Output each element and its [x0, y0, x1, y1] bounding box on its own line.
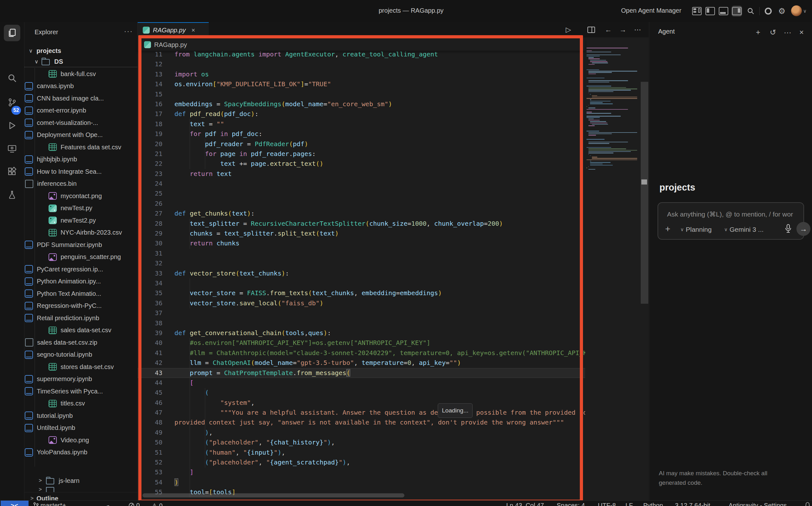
minimap-line	[592, 63, 608, 63]
toggle-secondary-sidebar-icon[interactable]	[731, 6, 742, 16]
file-row[interactable]: Retail prediction.ipynb	[24, 312, 137, 324]
attach-icon[interactable]: +	[665, 224, 670, 234]
send-button[interactable]: →	[797, 222, 810, 236]
file-row[interactable]: Python Text Animatio...	[24, 287, 137, 300]
activity-explorer-icon[interactable]	[4, 25, 20, 41]
outline-label: Outline	[36, 495, 58, 501]
file-row[interactable]: hjjhbjbjb.ipynb	[24, 154, 137, 166]
file-row[interactable]: Untilted.ipynb	[24, 422, 137, 434]
minimap[interactable]	[586, 48, 640, 187]
split-editor-icon[interactable]	[585, 25, 597, 35]
sync-icon[interactable]: ☁	[105, 502, 111, 506]
remote-indicator[interactable]: ><	[1, 501, 28, 506]
close-panel-icon[interactable]: ×	[796, 27, 807, 38]
errors-item[interactable]: 0	[129, 502, 140, 506]
file-row[interactable]: NYC-Airbnb-2023.csv	[24, 227, 137, 239]
agent-chat-input[interactable]: Ask anything (⌘L), @ to mention, / for w…	[657, 202, 804, 240]
minimap-line	[590, 123, 607, 123]
file-row[interactable]: PyCaret regression.ip...	[24, 263, 137, 275]
bell-icon[interactable]	[805, 502, 810, 506]
minimap-line	[588, 88, 637, 89]
tree-root-projects[interactable]: ∨ projects	[24, 45, 137, 57]
file-row[interactable]: newTest.py	[24, 202, 137, 214]
scrollbar-handle[interactable]	[641, 179, 647, 184]
new-chat-icon[interactable]: +	[752, 27, 764, 38]
file-row[interactable]: CNN based image cla...	[24, 92, 137, 104]
file-row[interactable]: sales data-set.csv	[24, 324, 137, 336]
file-row[interactable]: How to Integrate Sea...	[24, 166, 137, 178]
file-row[interactable]: YoloPandas.ipynb	[24, 446, 137, 458]
explorer-more-icon[interactable]: ···	[124, 27, 133, 35]
file-row[interactable]: tutorial.ipynb	[24, 410, 137, 422]
editor-more-icon[interactable]: ⋯	[632, 25, 643, 35]
file-row[interactable]: Deployment with Ope...	[24, 129, 137, 141]
file-row[interactable]: Python Animation.ipy...	[24, 275, 137, 287]
file-row[interactable]: comet-error.ipynb	[24, 105, 137, 117]
browser-icon[interactable]	[763, 6, 774, 16]
settings-sync[interactable]: Antigravity - Settings	[729, 502, 787, 506]
mic-icon[interactable]	[785, 224, 792, 233]
outline-section-header[interactable]: > Outline	[24, 492, 137, 500]
activity-run-debug-icon[interactable]	[4, 117, 20, 134]
customize-layout-icon[interactable]	[692, 6, 702, 16]
activity-extensions-icon[interactable]	[4, 163, 20, 180]
avatar[interactable]	[791, 5, 802, 16]
warnings-item[interactable]: ⚠ 0	[152, 502, 163, 506]
activity-testing-icon[interactable]	[4, 186, 20, 203]
file-row[interactable]: Regression-with-PyC...	[24, 300, 137, 312]
run-python-file-icon[interactable]: ▷	[563, 25, 574, 35]
activity-search-icon[interactable]	[4, 70, 20, 86]
file-row[interactable]: TimeSeries with Pyca...	[24, 385, 137, 397]
cursor-position[interactable]: Ln 43, Col 47	[506, 502, 544, 506]
file-row[interactable]: supermemory.ipynb	[24, 373, 137, 385]
gear-icon[interactable]: ⚙	[777, 6, 787, 16]
vertical-scrollbar[interactable]	[641, 82, 648, 304]
open-agent-manager-button[interactable]: Open Agent Manager	[621, 7, 681, 14]
minimap-line	[588, 154, 589, 155]
file-row[interactable]: canvas.ipynb	[24, 80, 137, 92]
file-row[interactable]: Video.png	[24, 434, 137, 446]
chevron-down-icon: ∨	[680, 227, 684, 232]
activity-remote-explorer-icon[interactable]	[4, 141, 20, 157]
file-row[interactable]: mycontact.png	[24, 190, 137, 202]
search-icon[interactable]	[745, 6, 756, 16]
minimap-line	[588, 87, 627, 88]
history-icon[interactable]: ↺	[767, 27, 779, 38]
toggle-primary-sidebar-icon[interactable]	[705, 6, 716, 16]
eol[interactable]: LF	[626, 502, 633, 506]
file-row[interactable]: bank-full.csv	[24, 68, 137, 80]
go-back-icon[interactable]: ←	[603, 25, 614, 35]
chevron-down-icon[interactable]: ∨	[803, 8, 807, 14]
git-branch-item[interactable]: master*+	[33, 502, 66, 506]
nb-file-icon	[25, 387, 33, 395]
encoding[interactable]: UTF-8	[598, 502, 616, 506]
file-row[interactable]: newTest2.py	[24, 214, 137, 226]
tree-folder-js-learn[interactable]: > js-learn	[24, 475, 137, 486]
minimap-line	[588, 125, 595, 126]
minimap-line	[590, 162, 611, 163]
file-row[interactable]: inferences.bin	[24, 178, 137, 190]
minimap-line	[586, 51, 592, 51]
tree-folder-partial[interactable]: >	[24, 487, 137, 492]
go-forward-icon[interactable]: →	[617, 25, 629, 35]
python-interpreter[interactable]: 3.12.7 64-bit	[675, 502, 710, 506]
model-dropdown[interactable]: ∨ Gemini 3 ...	[724, 226, 763, 233]
indentation[interactable]: Spaces: 4	[557, 502, 585, 506]
language-mode[interactable]: Python	[643, 502, 663, 506]
file-row[interactable]: penguins_scatter.png	[24, 251, 137, 263]
file-label: sales data-set.csv	[61, 327, 111, 334]
close-icon[interactable]: ×	[191, 27, 195, 34]
file-row[interactable]: PDF Summarizer.ipynb	[24, 239, 137, 251]
file-row[interactable]: titles.csv	[24, 398, 137, 410]
file-row[interactable]: sales data-set.csv.zip	[24, 336, 137, 348]
nb-file-icon	[25, 118, 33, 127]
more-icon[interactable]: ···	[782, 27, 793, 38]
file-row[interactable]: comet-visualization-...	[24, 117, 137, 129]
tree-folder-ds[interactable]: ∨ DS	[24, 56, 137, 67]
planning-dropdown[interactable]: ∨ Planning	[680, 226, 712, 233]
toggle-panel-icon[interactable]	[718, 6, 729, 16]
file-row[interactable]: Features data set.csv	[24, 141, 137, 153]
folder-label: DS	[54, 58, 63, 65]
file-row[interactable]: segno-tutorial.ipynb	[24, 349, 137, 361]
file-row[interactable]: stores data-set.csv	[24, 361, 137, 373]
